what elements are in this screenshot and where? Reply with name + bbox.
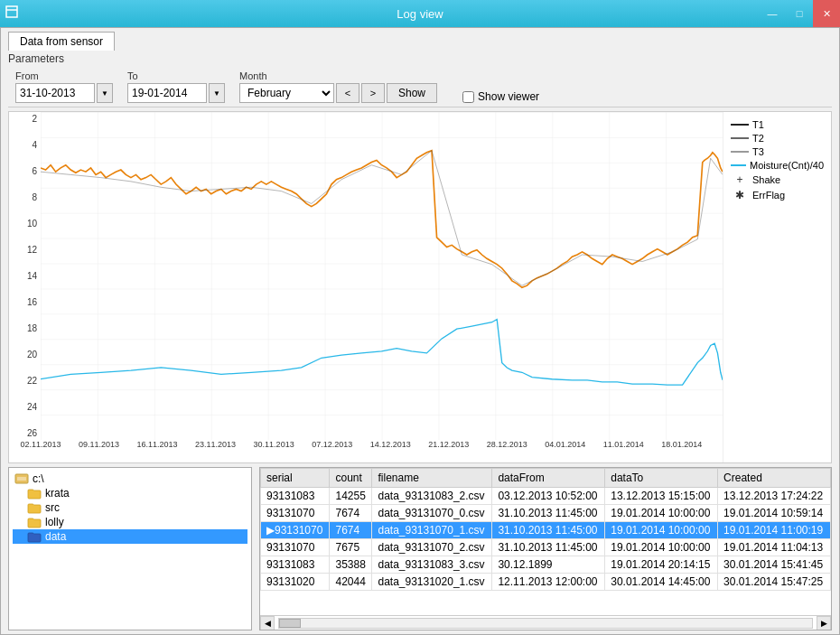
tree-item-krata[interactable]: krata bbox=[13, 486, 247, 500]
cell-created: 13.12.2013 17:24:22 bbox=[718, 488, 831, 505]
nav-prev-button[interactable]: < bbox=[336, 83, 359, 103]
cell-filename: data_93131020_1.csv bbox=[372, 574, 492, 591]
x-label-7: 21.12.2013 bbox=[428, 440, 469, 449]
cell-datato: 19.01.2014 10:00:00 bbox=[605, 539, 718, 556]
maximize-button[interactable]: □ bbox=[786, 0, 813, 27]
month-input-row: January February March April May June Ju… bbox=[239, 83, 437, 103]
x-label-9: 04.01.2014 bbox=[545, 440, 585, 449]
tree-label-src: src bbox=[45, 501, 60, 514]
y-label-12: 12 bbox=[9, 245, 41, 255]
table-row[interactable]: 93131070 7674 data_93131070_0.csv 31.10.… bbox=[261, 505, 831, 522]
table-row[interactable]: 93131083 14255 data_93131083_2.csv 03.12… bbox=[261, 488, 831, 505]
cell-created: 19.01.2014 10:59:14 bbox=[718, 505, 831, 522]
table-row[interactable]: 93131070 7675 data_93131070_2.csv 31.10.… bbox=[261, 539, 831, 556]
cell-count: 42044 bbox=[330, 574, 372, 591]
tree-label-c: c:\ bbox=[33, 472, 44, 485]
scroll-thumb[interactable] bbox=[279, 619, 301, 628]
tree-label-data: data bbox=[45, 530, 66, 543]
parameters-title: Parameters bbox=[8, 52, 832, 65]
tree-label-krata: krata bbox=[45, 487, 70, 500]
table-row[interactable]: 93131020 42044 data_93131020_1.csv 12.11… bbox=[261, 574, 831, 591]
close-button[interactable]: ✕ bbox=[813, 0, 840, 27]
legend-t2-line bbox=[731, 137, 749, 139]
file-tree[interactable]: c:\ krata src bbox=[8, 467, 252, 630]
svg-rect-5 bbox=[17, 477, 26, 481]
y-label-20: 20 bbox=[9, 350, 41, 360]
to-date-picker-button[interactable]: ▼ bbox=[209, 83, 225, 103]
tree-item-lolly[interactable]: lolly bbox=[13, 515, 247, 529]
tab-data-from-sensor[interactable]: Data from sensor bbox=[8, 32, 115, 51]
cell-datafrom: 31.10.2013 11:45:00 bbox=[492, 522, 605, 539]
x-label-10: 11.01.2014 bbox=[603, 440, 644, 449]
cell-created: 19.01.2014 11:04:13 bbox=[718, 539, 831, 556]
cell-datato: 30.01.2014 14:45:00 bbox=[605, 574, 718, 591]
legend-errflag: ✱ ErrFlag bbox=[731, 189, 824, 201]
cell-filename: data_93131070_0.csv bbox=[372, 505, 492, 522]
x-label-5: 07.12.2013 bbox=[312, 440, 352, 449]
horizontal-scrollbar[interactable] bbox=[278, 618, 813, 629]
folder-icon-lolly bbox=[27, 516, 42, 528]
legend-shake-label: Shake bbox=[752, 174, 780, 185]
from-date-input[interactable] bbox=[15, 83, 95, 103]
drive-icon bbox=[14, 472, 29, 485]
show-viewer-checkbox[interactable] bbox=[462, 91, 474, 103]
title-bar: Log view — □ ✕ bbox=[0, 0, 840, 27]
data-table: serial count filename dataFrom dataTo Cr… bbox=[260, 468, 831, 591]
month-label: Month bbox=[239, 70, 437, 81]
x-label-3: 23.11.2013 bbox=[195, 440, 236, 449]
content-area: 26 24 22 20 18 16 14 12 10 8 6 4 2 bbox=[1, 107, 839, 634]
nav-next-button[interactable]: > bbox=[361, 83, 385, 103]
table-row[interactable]: 93131083 35388 data_93131083_3.csv 30.12… bbox=[261, 556, 831, 574]
cell-filename: data_93131070_2.csv bbox=[372, 539, 492, 556]
to-input-row: ▼ bbox=[127, 83, 225, 103]
x-label-1: 09.11.2013 bbox=[79, 440, 119, 449]
col-header-serial[interactable]: serial bbox=[261, 469, 330, 488]
window-controls: — □ ✕ bbox=[759, 0, 840, 27]
legend-shake-icon: + bbox=[731, 173, 749, 186]
legend-errflag-label: ErrFlag bbox=[752, 190, 785, 201]
month-group: Month January February March April May J… bbox=[239, 70, 437, 103]
legend-t3: T3 bbox=[731, 146, 824, 157]
bottom-area: c:\ krata src bbox=[8, 467, 832, 630]
legend-moisture-label: Moisture(Cnt)/40 bbox=[750, 160, 824, 171]
params-bar: From ▼ To ▼ Month January February bbox=[8, 67, 832, 107]
scroll-left-button[interactable]: ◀ bbox=[260, 616, 275, 630]
tree-item-c[interactable]: c:\ bbox=[13, 472, 247, 486]
to-date-input[interactable] bbox=[127, 83, 207, 103]
month-select[interactable]: January February March April May June Ju… bbox=[239, 83, 334, 103]
show-viewer-label: Show viewer bbox=[478, 90, 539, 103]
window-title: Log view bbox=[397, 7, 443, 21]
tree-item-data[interactable]: data bbox=[13, 529, 247, 544]
col-header-created[interactable]: Created bbox=[718, 469, 831, 488]
table-row[interactable]: ▶93131070 7674 data_93131070_1.csv 31.10… bbox=[261, 522, 831, 539]
window-icon bbox=[5, 5, 19, 22]
chart-area: 26 24 22 20 18 16 14 12 10 8 6 4 2 bbox=[8, 111, 832, 463]
table-header-row: serial count filename dataFrom dataTo Cr… bbox=[261, 469, 831, 488]
col-header-count[interactable]: count bbox=[330, 469, 372, 488]
show-button[interactable]: Show bbox=[387, 83, 437, 103]
cell-count: 14255 bbox=[330, 488, 372, 505]
scroll-right-button[interactable]: ▶ bbox=[817, 616, 831, 630]
table-scroll[interactable]: serial count filename dataFrom dataTo Cr… bbox=[260, 468, 831, 615]
legend-t3-line bbox=[731, 151, 749, 153]
cell-datato: 13.12.2013 15:15:00 bbox=[605, 488, 718, 505]
col-header-filename[interactable]: filename bbox=[372, 469, 492, 488]
tab-bar: Data from sensor bbox=[1, 28, 839, 51]
legend-t2: T2 bbox=[731, 133, 824, 144]
cell-count: 7675 bbox=[330, 539, 372, 556]
minimize-button[interactable]: — bbox=[759, 0, 786, 27]
x-label-0: 02.11.2013 bbox=[20, 440, 61, 449]
from-date-picker-button[interactable]: ▼ bbox=[97, 83, 113, 103]
legend-t3-label: T3 bbox=[752, 146, 764, 157]
col-header-datafrom[interactable]: dataFrom bbox=[492, 469, 605, 488]
tree-item-src[interactable]: src bbox=[13, 500, 247, 515]
y-label-24: 24 bbox=[9, 402, 41, 412]
chart-canvas bbox=[41, 112, 723, 440]
x-axis: 02.11.2013 09.11.2013 16.11.2013 23.11.2… bbox=[41, 440, 723, 462]
cell-indicator: 93131083 bbox=[261, 488, 330, 505]
col-header-datato[interactable]: dataTo bbox=[605, 469, 718, 488]
from-label: From bbox=[15, 70, 113, 81]
x-label-6: 14.12.2013 bbox=[370, 440, 411, 449]
legend-moisture-line bbox=[731, 164, 746, 166]
cell-filename: data_93131083_3.csv bbox=[372, 556, 492, 574]
